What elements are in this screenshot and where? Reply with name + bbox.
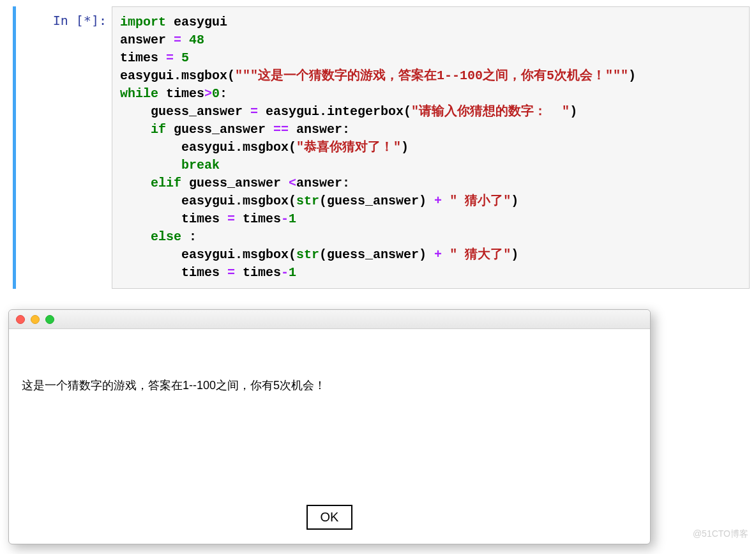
call-msgbox: easygui.msgbox( <box>120 140 296 155</box>
str-prompt: "请输入你猜想的数字： " <box>411 104 570 119</box>
id-answer: answer: <box>296 176 350 190</box>
kw-if: if <box>151 122 166 137</box>
op-minus: - <box>281 265 289 280</box>
num-1: 1 <box>289 265 296 280</box>
code-content: import easygui answer = 48 times = 5 eas… <box>120 13 741 282</box>
indent <box>120 122 151 137</box>
cell-prompt: In [*]: <box>22 6 112 28</box>
paren: ) <box>570 104 577 119</box>
id-times: times <box>120 50 166 65</box>
id-guess: (guess_answer) <box>319 194 434 208</box>
op-gt: > <box>204 86 212 101</box>
op-eq: = <box>227 265 235 280</box>
indent <box>120 229 151 244</box>
indent <box>120 158 181 173</box>
colon: : <box>181 229 197 244</box>
num-0: 0 <box>212 86 220 101</box>
kw-elif: elif <box>151 176 181 190</box>
op-eq: = <box>166 50 174 65</box>
call-msgbox: easygui.msgbox( <box>120 68 235 83</box>
code-cell: In [*]: import easygui answer = 48 times… <box>13 6 750 289</box>
sp <box>181 33 189 47</box>
ok-button[interactable]: OK <box>306 505 353 530</box>
id-answer: answer: <box>289 122 350 137</box>
id-times: times <box>120 212 227 226</box>
dialog-body: 这是一个猜数字的游戏，答案在1--100之间，你有5次机会！ OK <box>9 329 650 544</box>
mod-easygui: easygui <box>166 15 227 29</box>
kw-else: else <box>151 229 181 244</box>
kw-break: break <box>181 158 220 173</box>
zoom-icon[interactable] <box>45 315 54 324</box>
paren: ) <box>511 194 518 208</box>
str-big: " 猜大了" <box>450 247 511 262</box>
str-intro: """这是一个猜数字的游戏，答案在1--100之间，你有5次机会！""" <box>235 68 628 83</box>
id-guess: guess_answer <box>166 122 273 137</box>
close-icon[interactable] <box>16 315 25 324</box>
op-eq: = <box>227 212 235 226</box>
dialog-message: 这是一个猜数字的游戏，答案在1--100之间，你有5次机会！ <box>9 329 650 505</box>
bi-str: str <box>296 194 319 208</box>
paren: ) <box>511 247 518 262</box>
id-guess: guess_answer <box>120 104 250 119</box>
call-msgbox: easygui.msgbox( <box>120 247 296 262</box>
id-times: times <box>158 86 204 101</box>
watermark: @51CTO博客 <box>693 528 748 540</box>
id-guess: guess_answer <box>181 176 289 190</box>
id-times: times <box>235 265 281 280</box>
num-5: 5 <box>181 50 189 65</box>
msgbox-dialog: 这是一个猜数字的游戏，答案在1--100之间，你有5次机会！ OK <box>8 309 651 544</box>
bi-str: str <box>296 247 319 262</box>
id-times: times <box>235 212 281 226</box>
num-1: 1 <box>289 212 296 226</box>
kw-while: while <box>120 86 158 101</box>
op-lt: < <box>289 176 296 190</box>
dialog-button-row: OK <box>9 505 650 544</box>
paren: ) <box>401 140 409 155</box>
op-eqeq: == <box>273 122 289 137</box>
notebook: In [*]: import easygui answer = 48 times… <box>13 6 750 289</box>
code-input-area[interactable]: import easygui answer = 48 times = 5 eas… <box>112 6 750 289</box>
op-minus: - <box>281 212 289 226</box>
call-integerbox: easygui.integerbox( <box>258 104 411 119</box>
op-eq: = <box>174 33 181 47</box>
num-48: 48 <box>189 33 204 47</box>
id-answer: answer <box>120 33 174 47</box>
id-times: times <box>120 265 227 280</box>
indent <box>120 176 151 190</box>
sp <box>442 194 450 208</box>
str-small: " 猜小了" <box>450 194 511 208</box>
colon: : <box>220 86 227 101</box>
paren: ) <box>628 68 636 83</box>
op-plus: + <box>434 247 442 262</box>
minimize-icon[interactable] <box>31 315 40 324</box>
kw-import: import <box>120 15 166 29</box>
str-win: "恭喜你猜对了！" <box>296 140 401 155</box>
sp <box>442 247 450 262</box>
id-guess: (guess_answer) <box>319 247 434 262</box>
op-plus: + <box>434 194 442 208</box>
call-msgbox: easygui.msgbox( <box>120 194 296 208</box>
sp <box>174 50 181 65</box>
dialog-titlebar <box>9 310 650 329</box>
op-eq: = <box>250 104 258 119</box>
